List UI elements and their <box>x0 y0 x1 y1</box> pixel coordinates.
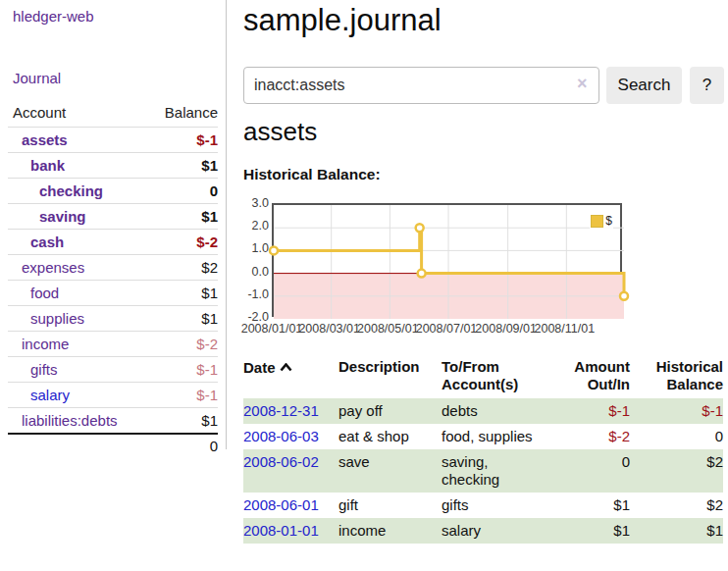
txn-date-cell: 2008-06-01 <box>243 493 338 518</box>
sidebar-account-liabilities-debts[interactable]: liabilities:debts $1 <box>8 407 218 433</box>
accounts-header-balance: Balance <box>165 104 218 121</box>
txn-description: gift <box>338 493 442 518</box>
account-balance: $-2 <box>196 336 218 352</box>
txn-amount: $-2 <box>552 424 630 449</box>
help-button[interactable]: ? <box>690 67 724 104</box>
y-tick-label: 2.0 <box>243 219 269 233</box>
account-link[interactable]: saving <box>8 208 86 225</box>
chart-canvas <box>274 205 624 319</box>
register-row: 2008-06-02 save saving, checking 0 $2 <box>243 449 723 493</box>
account-balance: $1 <box>201 412 218 429</box>
txn-date-cell: 2008-06-03 <box>243 424 338 449</box>
account-link[interactable]: bank <box>8 157 65 174</box>
txn-date-cell: 2008-06-02 <box>243 449 338 493</box>
x-tick-label: 2008/03/01 <box>298 322 360 336</box>
sidebar-account-saving[interactable]: saving $1 <box>8 203 218 229</box>
txn-accounts: debts <box>442 398 552 424</box>
txn-amount: $1 <box>552 493 630 518</box>
x-tick-label: 2008/11/01 <box>534 322 595 336</box>
sidebar-account-food[interactable]: food $1 <box>8 280 218 305</box>
y-tick-label: 3.0 <box>243 196 269 210</box>
app-brand-link[interactable]: hledger-web <box>13 8 94 25</box>
txn-balance: $2 <box>630 449 723 493</box>
col-header-description: Description <box>338 355 442 398</box>
sidebar-account-cash[interactable]: cash $-2 <box>8 229 218 254</box>
account-link[interactable]: income <box>8 336 69 352</box>
data-point-marker <box>418 270 426 278</box>
data-point-marker <box>620 292 628 300</box>
txn-amount: $1 <box>552 518 630 544</box>
y-tick-label: 1.0 <box>243 241 269 255</box>
historical-balance-chart: 3.02.01.00.0-1.0-2.0 $ 2008/01/012008/03… <box>243 196 655 338</box>
account-link[interactable]: gifts <box>8 361 58 378</box>
register-row: 2008-01-01 income salary $1 $1 <box>243 518 723 544</box>
txn-balance: $2 <box>630 493 723 518</box>
search-button[interactable]: Search <box>606 67 682 104</box>
sidebar-item-journal[interactable]: Journal <box>13 70 61 86</box>
col-header-balance: Historical Balance <box>630 355 723 398</box>
txn-description: income <box>338 518 442 544</box>
search-input[interactable] <box>243 67 599 104</box>
data-point-marker <box>416 224 424 232</box>
legend-swatch-icon <box>591 215 603 228</box>
sidebar-account-supplies[interactable]: supplies $1 <box>8 305 218 331</box>
account-balance: $-1 <box>196 361 218 378</box>
account-heading: assets <box>243 117 317 147</box>
register-row: 2008-06-01 gift gifts $1 $2 <box>243 493 723 518</box>
search-form: × Search ? <box>243 67 728 104</box>
account-link[interactable]: supplies <box>8 310 84 327</box>
sidebar-account-bank[interactable]: bank $1 <box>8 152 218 178</box>
sidebar-account-gifts[interactable]: gifts $-1 <box>8 356 218 382</box>
y-tick-label: -1.0 <box>243 287 269 301</box>
sidebar-account-checking[interactable]: checking 0 <box>8 178 218 203</box>
chart-plot-area: $ <box>272 203 622 317</box>
sidebar-account-assets[interactable]: assets $-1 <box>8 127 218 152</box>
txn-date-link[interactable]: 2008-12-31 <box>243 402 319 419</box>
txn-date-link[interactable]: 2008-06-02 <box>243 453 319 470</box>
x-tick-label: 2008/01/01 <box>241 322 303 336</box>
register-table: Date Description To/From Account(s) Amou… <box>243 355 723 544</box>
txn-accounts: gifts <box>442 493 552 518</box>
sidebar-account-expenses[interactable]: expenses $2 <box>8 254 218 280</box>
y-tick-label: 0.0 <box>243 265 269 279</box>
txn-accounts: food, supplies <box>442 424 552 449</box>
legend-label: $ <box>605 214 612 228</box>
col-header-amount: Amount Out/In <box>552 355 630 398</box>
account-link[interactable]: assets <box>8 131 68 148</box>
txn-date-link[interactable]: 2008-06-01 <box>243 496 319 513</box>
accounts-total: 0 <box>8 433 218 457</box>
txn-amount: $-1 <box>552 398 630 424</box>
txn-date-link[interactable]: 2008-01-01 <box>243 522 319 539</box>
x-tick-label: 2008/09/01 <box>475 322 537 336</box>
txn-accounts: salary <box>442 518 552 544</box>
x-tick-label: 2008/07/01 <box>416 322 478 336</box>
account-link[interactable]: expenses <box>8 259 84 276</box>
account-balance: $2 <box>201 259 218 276</box>
account-link[interactable]: liabilities:debts <box>8 412 118 429</box>
account-balance: $1 <box>201 208 218 225</box>
account-link[interactable]: salary <box>8 387 70 403</box>
page-title: sample.journal <box>243 3 442 38</box>
txn-balance: 0 <box>630 424 723 449</box>
sidebar-account-salary[interactable]: salary $-1 <box>8 382 218 407</box>
clear-search-icon[interactable]: × <box>577 74 588 94</box>
sidebar-account-income[interactable]: income $-2 <box>8 331 218 356</box>
txn-date-cell: 2008-12-31 <box>243 398 338 424</box>
account-balance: $1 <box>201 157 218 174</box>
account-link[interactable]: checking <box>8 182 103 199</box>
txn-date-link[interactable]: 2008-06-03 <box>243 428 319 444</box>
txn-amount: 0 <box>552 449 630 493</box>
txn-date-cell: 2008-01-01 <box>243 518 338 544</box>
account-link[interactable]: cash <box>8 234 64 250</box>
account-link[interactable]: food <box>8 285 59 301</box>
chart-legend: $ <box>590 213 613 229</box>
col-header-date[interactable]: Date <box>243 355 338 398</box>
account-balance: $1 <box>201 310 218 327</box>
txn-description: save <box>338 449 442 493</box>
col-header-tofrom: To/From Account(s) <box>442 355 552 398</box>
register-row: 2008-06-03 eat & shop food, supplies $-2… <box>243 424 723 449</box>
txn-description: eat & shop <box>338 424 442 449</box>
account-balance: $-1 <box>196 387 218 403</box>
col-header-date-label: Date <box>243 359 276 376</box>
txn-description: pay off <box>338 398 442 424</box>
